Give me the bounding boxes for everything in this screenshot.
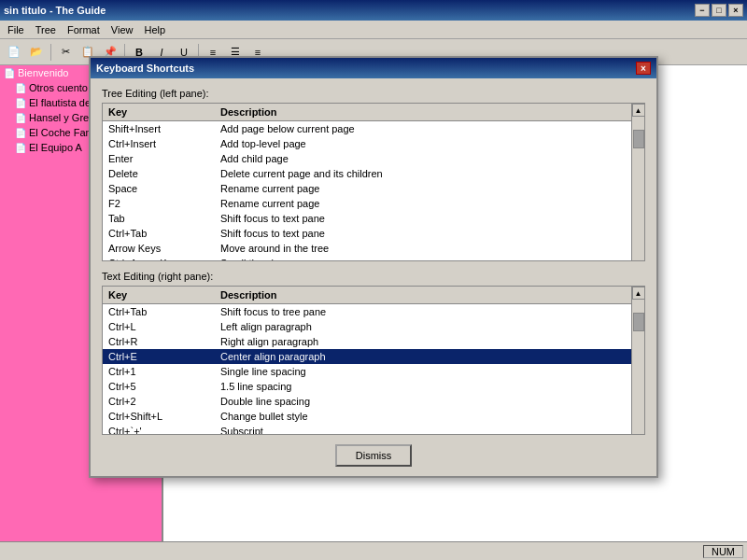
text-row-key: Ctrl+R — [103, 334, 215, 349]
tree-table-row[interactable]: Arrow KeysMove around in the tree — [103, 241, 631, 256]
tree-table-row[interactable]: Ctrl+TabShift focus to text pane — [103, 226, 631, 241]
dialog-title: Keyboard Shortcuts — [96, 63, 636, 74]
text-shortcut-table: Key Description Ctrl+TabShift focus to t… — [103, 287, 631, 435]
tree-row-desc: Delete current page and its children — [215, 166, 631, 181]
tree-table-row[interactable]: Shift+InsertAdd page below current page — [103, 121, 631, 137]
tree-table-row[interactable]: DeleteDelete current page and its childr… — [103, 166, 631, 181]
text-table-row[interactable]: Ctrl+Shift+LChange bullet style — [103, 409, 631, 424]
keyboard-shortcuts-dialog: Keyboard Shortcuts × Tree Editing (left … — [89, 56, 658, 478]
text-row-key: Ctrl+5 — [103, 379, 215, 394]
tree-row-desc: Scroll the view — [215, 256, 631, 261]
tree-table-row[interactable]: Ctrl+InsertAdd top-level page — [103, 136, 631, 151]
dialog-title-bar: Keyboard Shortcuts × — [91, 58, 656, 78]
tree-table-container: Key Description Shift+InsertAdd page bel… — [102, 103, 645, 261]
tree-table-row[interactable]: TabShift focus to text pane — [103, 211, 631, 226]
tree-row-key: Delete — [103, 166, 215, 181]
tree-table-row[interactable]: EnterAdd child page — [103, 151, 631, 166]
tree-table-row[interactable]: SpaceRename current page — [103, 181, 631, 196]
text-row-desc: Left align paragraph — [215, 319, 631, 334]
text-row-desc: Shift focus to tree pane — [215, 304, 631, 320]
tree-row-desc: Add child page — [215, 151, 631, 166]
dialog-overlay: Keyboard Shortcuts × Tree Editing (left … — [0, 0, 747, 560]
text-table-row[interactable]: Ctrl+51.5 line spacing — [103, 379, 631, 394]
text-row-key: Ctrl+E — [103, 349, 215, 364]
text-row-desc: Right align paragraph — [215, 334, 631, 349]
tree-row-desc: Shift focus to text pane — [215, 211, 631, 226]
text-scroll-thumb[interactable] — [633, 313, 644, 331]
text-table-row[interactable]: Ctrl+TabShift focus to tree pane — [103, 304, 631, 320]
text-row-desc: Subscript — [215, 424, 631, 435]
tree-shortcut-table: Key Description Shift+InsertAdd page bel… — [103, 104, 631, 261]
tree-table-header-row: Key Description — [103, 104, 631, 121]
text-row-key: Ctrl+1 — [103, 364, 215, 379]
tree-row-key: Tab — [103, 211, 215, 226]
tree-row-desc: Add page below current page — [215, 121, 631, 137]
tree-row-key: Space — [103, 181, 215, 196]
tree-row-key: Ctrl+Arrow Keys — [103, 256, 215, 261]
tree-row-key: Arrow Keys — [103, 241, 215, 256]
tree-row-desc: Rename current page — [215, 196, 631, 211]
text-row-desc: Center align paragraph — [215, 349, 631, 364]
tree-col-desc: Description — [215, 104, 631, 121]
tree-row-key: Enter — [103, 151, 215, 166]
text-table-row[interactable]: Ctrl+`+'Subscript — [103, 424, 631, 435]
dismiss-button[interactable]: Dismiss — [335, 444, 413, 467]
dialog-content: Tree Editing (left pane): Key Descriptio… — [91, 78, 656, 476]
text-row-desc: Single line spacing — [215, 364, 631, 379]
tree-scrollbar[interactable]: ▲ ▼ — [631, 104, 644, 261]
tree-row-key: F2 — [103, 196, 215, 211]
tree-row-key: Shift+Insert — [103, 121, 215, 137]
tree-row-key: Ctrl+Insert — [103, 136, 215, 151]
text-table-row[interactable]: Ctrl+ECenter align paragraph — [103, 349, 631, 364]
tree-table-row[interactable]: Ctrl+Arrow KeysScroll the view — [103, 256, 631, 261]
tree-row-key: Ctrl+Tab — [103, 226, 215, 241]
text-row-desc: Double line spacing — [215, 394, 631, 409]
tree-table-inner: Key Description Shift+InsertAdd page bel… — [103, 104, 631, 261]
tree-row-desc: Add top-level page — [215, 136, 631, 151]
tree-scroll-thumb[interactable] — [633, 130, 644, 148]
dialog-close-button[interactable]: × — [636, 62, 651, 75]
text-row-key: Ctrl+Tab — [103, 304, 215, 320]
text-scrollbar[interactable]: ▲ ▼ — [631, 287, 644, 435]
text-table-row[interactable]: Ctrl+RRight align paragraph — [103, 334, 631, 349]
text-table-header-row: Key Description — [103, 287, 631, 304]
tree-scroll-up[interactable]: ▲ — [632, 104, 645, 117]
text-row-desc: Change bullet style — [215, 409, 631, 424]
text-row-key: Ctrl+`+' — [103, 424, 215, 435]
tree-table-row[interactable]: F2Rename current page — [103, 196, 631, 211]
text-table-row[interactable]: Ctrl+1Single line spacing — [103, 364, 631, 379]
tree-row-desc: Move around in the tree — [215, 241, 631, 256]
text-col-desc: Description — [215, 287, 631, 304]
text-row-key: Ctrl+Shift+L — [103, 409, 215, 424]
text-table-inner: Key Description Ctrl+TabShift focus to t… — [103, 287, 631, 435]
text-row-key: Ctrl+2 — [103, 394, 215, 409]
text-table-row[interactable]: Ctrl+2Double line spacing — [103, 394, 631, 409]
text-row-desc: 1.5 line spacing — [215, 379, 631, 394]
text-table-container: Key Description Ctrl+TabShift focus to t… — [102, 286, 645, 435]
text-table-row[interactable]: Ctrl+LLeft align paragraph — [103, 319, 631, 334]
text-section-label: Text Editing (right pane): — [102, 271, 645, 282]
text-row-key: Ctrl+L — [103, 319, 215, 334]
text-table-wrapper: Key Description Ctrl+TabShift focus to t… — [103, 287, 644, 435]
text-scroll-up[interactable]: ▲ — [632, 287, 645, 300]
tree-table-wrapper: Key Description Shift+InsertAdd page bel… — [103, 104, 644, 261]
tree-section-label: Tree Editing (left pane): — [102, 88, 645, 99]
tree-row-desc: Rename current page — [215, 181, 631, 196]
tree-col-key: Key — [103, 104, 215, 121]
tree-row-desc: Shift focus to text pane — [215, 226, 631, 241]
text-col-key: Key — [103, 287, 215, 304]
